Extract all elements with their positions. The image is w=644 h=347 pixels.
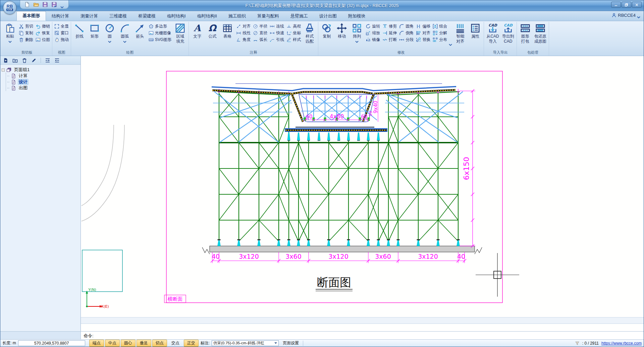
align-button[interactable]: 对齐 bbox=[415, 30, 431, 36]
filter-funnel-icon[interactable] bbox=[575, 341, 580, 346]
snap-perpendicular-toggle[interactable]: 垂足 bbox=[137, 340, 151, 347]
ortho-toggle[interactable]: 正交 bbox=[184, 340, 199, 347]
add-group-icon[interactable] bbox=[12, 58, 18, 63]
tree-item-design[interactable]: 设计 bbox=[7, 79, 79, 85]
zoom-window-button[interactable]: 窗口 bbox=[54, 30, 69, 36]
dim-quick-button[interactable]: 快速 bbox=[269, 30, 285, 36]
website-link[interactable]: https://www.rbcce.com bbox=[601, 341, 642, 346]
arrow-button[interactable]: 箭头 bbox=[133, 22, 147, 39]
collapse-expander-icon[interactable]: − bbox=[2, 68, 5, 71]
circle-button[interactable]: 圆 bbox=[103, 22, 117, 42]
fillet-button[interactable]: 圆角 bbox=[398, 23, 414, 29]
dim-style-dropdown[interactable]: 仿宋(0.75)-0.35-cm-斜线-洋红 bbox=[212, 340, 279, 346]
break-button[interactable]: 打断 bbox=[382, 37, 397, 43]
restore-package-button[interactable]: 包还原成原图 bbox=[533, 22, 547, 44]
tab-survey-calc[interactable]: 测量计算 bbox=[75, 12, 104, 21]
minimize-button[interactable] bbox=[611, 2, 621, 8]
close-button[interactable] bbox=[632, 2, 642, 8]
properties-button[interactable]: 属性 bbox=[468, 22, 482, 39]
drawing-canvas[interactable]: 604x80609x40356x150403x1203x603x1203x603… bbox=[81, 56, 644, 331]
new-file-icon[interactable] bbox=[24, 2, 30, 7]
tab-temp-structure-1[interactable]: 临时结构I bbox=[161, 12, 192, 21]
export-to-cad-button[interactable]: CAD导出到CAD bbox=[501, 22, 515, 44]
dim-aligned-button[interactable]: 对齐 bbox=[235, 23, 251, 29]
paste-button[interactable]: 粘贴 bbox=[3, 22, 17, 42]
cut-button[interactable]: 剪切 bbox=[18, 23, 34, 29]
rotate-button[interactable]: 旋转 bbox=[365, 23, 381, 29]
undo-button[interactable]: 撤销 bbox=[35, 23, 51, 29]
svg-graphic-button[interactable]: SVGSVG图形 bbox=[148, 37, 172, 43]
tab-structure-calc[interactable]: 结构计算 bbox=[46, 12, 75, 21]
dim-elevation-button[interactable]: 高程 bbox=[286, 23, 302, 29]
add-page-icon[interactable] bbox=[3, 58, 8, 63]
explode-button[interactable]: 分解 bbox=[432, 30, 448, 36]
restore-button[interactable] bbox=[622, 2, 631, 8]
table-button[interactable]: 表格 bbox=[220, 22, 234, 39]
tree-item-plot[interactable]: 出图 bbox=[7, 85, 79, 91]
raster-image-button[interactable]: 光栅图像 bbox=[148, 30, 172, 36]
open-file-icon[interactable] bbox=[33, 2, 39, 7]
chamfer-button[interactable]: 倒角 bbox=[398, 30, 414, 36]
region-fill-button[interactable]: 区域填充 bbox=[173, 22, 187, 44]
arc-button[interactable]: 圆弧 bbox=[118, 22, 132, 42]
save-as-icon[interactable] bbox=[51, 2, 57, 7]
style-match-button[interactable]: 样式匹配 bbox=[303, 22, 317, 44]
extend-button[interactable]: 延伸 bbox=[382, 30, 397, 36]
tree-root-row[interactable]: − 页面组1 bbox=[2, 67, 79, 73]
text-button[interactable]: A文字 bbox=[190, 22, 204, 39]
formula-button[interactable]: Ω公式 bbox=[205, 22, 219, 39]
snap-midpoint-toggle[interactable]: 中点 bbox=[105, 340, 120, 347]
rectangle-button[interactable]: 矩形 bbox=[88, 22, 102, 39]
redo-button[interactable]: 恢复 bbox=[35, 30, 51, 36]
dim-arclength-button[interactable]: 弧长 bbox=[252, 37, 268, 43]
zoom-extents-button[interactable]: 全显 bbox=[54, 23, 69, 29]
dim-linear-button[interactable]: 线性 bbox=[235, 30, 251, 36]
smart-align-button[interactable]: 智能对齐 bbox=[453, 22, 467, 44]
tab-addons[interactable]: 附加模块 bbox=[342, 12, 371, 21]
move-button[interactable]: 移动 bbox=[335, 22, 349, 39]
array-button[interactable]: 阵列 bbox=[350, 22, 364, 42]
horizontal-scrollbar[interactable] bbox=[81, 317, 644, 324]
snap-tangent-toggle[interactable]: 切点 bbox=[152, 340, 167, 347]
save-icon[interactable] bbox=[42, 2, 48, 7]
pan-button[interactable]: 拖动 bbox=[54, 37, 69, 43]
tab-cantilever[interactable]: 悬臂施工 bbox=[285, 12, 314, 21]
dim-coordinate-button[interactable]: XY坐标 bbox=[286, 30, 302, 36]
tab-temp-structure-2[interactable]: 临时结构II bbox=[192, 12, 223, 21]
copy-object-button[interactable]: 复制 bbox=[320, 22, 334, 39]
expand-list-icon[interactable] bbox=[45, 58, 50, 63]
app-logo[interactable]: RB CCE bbox=[3, 1, 16, 14]
delete-page-icon[interactable] bbox=[22, 58, 27, 63]
snap-intersection-toggle[interactable]: 交点 bbox=[168, 340, 183, 347]
dim-angle-button[interactable]: 角度 bbox=[235, 37, 251, 43]
pack-drawing-button[interactable]: 图形打包 bbox=[518, 22, 532, 44]
tab-bridge-modeling[interactable]: 桥梁建模 bbox=[132, 12, 161, 21]
delete-button[interactable]: 删除 bbox=[18, 37, 34, 43]
copy-button[interactable]: 复制 bbox=[18, 30, 34, 36]
trim-button[interactable]: 修剪 bbox=[382, 23, 397, 29]
bitmap-button[interactable]: 位图 bbox=[35, 37, 51, 43]
dim-style-button[interactable]: 样式 bbox=[286, 37, 302, 43]
snap-center-toggle[interactable]: 圆心 bbox=[121, 340, 136, 347]
tab-3d-modeling[interactable]: 三维建模 bbox=[104, 12, 132, 21]
page-setup-button[interactable]: 页面设置 bbox=[281, 340, 301, 346]
polygon-button[interactable]: 多边形 bbox=[148, 23, 172, 29]
dim-leader-button[interactable]: 引线 bbox=[269, 37, 285, 43]
tree-item-calc[interactable]: 计算 bbox=[7, 73, 79, 79]
offset-button[interactable]: 偏移 bbox=[415, 23, 431, 29]
tab-quantity-materials[interactable]: 算量与配料 bbox=[252, 12, 285, 21]
group-button[interactable]: 组合 bbox=[432, 23, 448, 29]
tab-construction-org[interactable]: 施工组织 bbox=[223, 12, 252, 21]
distribute-button[interactable]: 分布 bbox=[432, 37, 448, 43]
user-account[interactable]: RBCCE4 bbox=[611, 13, 640, 18]
qat-chevron-down-icon[interactable] bbox=[60, 4, 64, 6]
tab-basic-shapes[interactable]: 基本图形 bbox=[16, 11, 46, 21]
mirror-button[interactable]: 镜像 bbox=[365, 37, 381, 43]
tab-design-output[interactable]: 设计出图 bbox=[314, 12, 342, 21]
dim-continue-button[interactable]: 连续 bbox=[269, 23, 285, 29]
dim-diameter-button[interactable]: 直径 bbox=[252, 30, 268, 36]
collapse-list-icon[interactable] bbox=[54, 58, 60, 63]
scale-button[interactable]: 缩放 bbox=[365, 30, 381, 36]
dim-radius-button[interactable]: 半径 bbox=[252, 23, 268, 29]
import-from-cad-button[interactable]: CAD从CAD导入 bbox=[485, 22, 500, 44]
